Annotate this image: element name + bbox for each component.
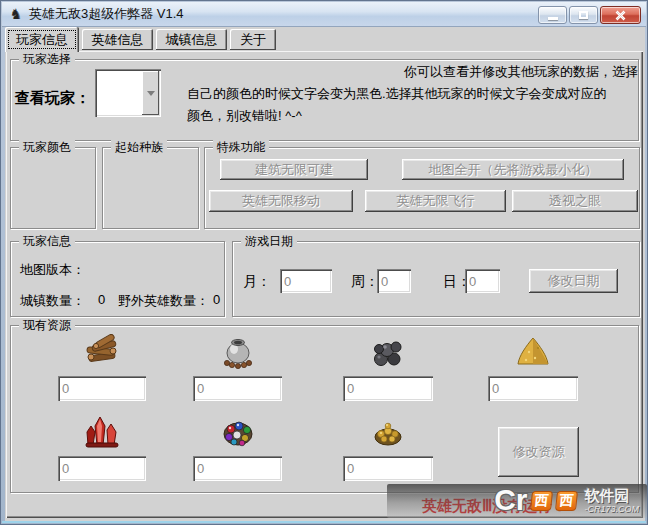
- xixi-logo-char2: 西: [555, 491, 578, 511]
- chevron-down-icon: [147, 91, 155, 96]
- xray-eye-button[interactable]: 透视之眼: [512, 190, 638, 212]
- mercury-icon: [219, 334, 257, 370]
- tab-hero-info[interactable]: 英雄信息: [82, 29, 153, 50]
- app-window: ♞ 英雄无敌3超级作弊器 V1.4 玩家信息 英雄信息 城镇信息 关于 玩家选择…: [0, 0, 648, 525]
- resource-cell-gems: [193, 414, 282, 481]
- player-select-hint-line2: 自己的颜色的时候文字会变为黑色.选择其他玩家的时候文字会变成对应的: [187, 85, 638, 103]
- unlimited-building-button[interactable]: 建筑无限可建: [220, 159, 368, 180]
- xixi-logo-char1: 西: [530, 491, 553, 511]
- window-title: 英雄无敌3超级作弊器 V1.4: [29, 5, 184, 23]
- wood-icon: [83, 334, 121, 370]
- resource-cell-gold: [343, 414, 433, 481]
- minimize-button[interactable]: [538, 6, 567, 24]
- player-select-hint-line3: 颜色，别改错啦! ^-^: [187, 107, 638, 125]
- map-version-label: 地图版本：: [20, 261, 85, 279]
- reveal-map-button[interactable]: 地图全开（先将游戏最小化）: [402, 159, 624, 180]
- crystal-icon: [83, 414, 121, 450]
- watermark-site-url: -CR173.COM: [584, 504, 639, 514]
- week-input[interactable]: [377, 269, 411, 293]
- unlimited-movement-button[interactable]: 英雄无限移动: [209, 190, 353, 212]
- minimize-icon: [548, 17, 558, 20]
- view-player-label: 查看玩家：: [15, 89, 90, 108]
- ore-icon: [369, 334, 407, 370]
- gold-amount-input[interactable]: [343, 456, 433, 481]
- player-select-group-title: 玩家选择: [19, 52, 75, 66]
- player-select-combobox[interactable]: [95, 69, 161, 117]
- sulfur-icon: [514, 334, 552, 370]
- starting-race-group: 起始种族: [102, 147, 199, 229]
- gems-icon: [219, 414, 257, 450]
- player-select-hint-line1: 你可以查看并修改其他玩家的数据，选择: [187, 63, 638, 81]
- tab-about[interactable]: 关于: [230, 29, 276, 50]
- resource-cell-ore: [343, 334, 433, 401]
- field-hero-count-label: 野外英雄数量：: [118, 292, 209, 310]
- tab-town-info[interactable]: 城镇信息: [156, 29, 227, 50]
- watermark-site-name: 软件园: [584, 488, 629, 504]
- month-input[interactable]: [280, 269, 332, 293]
- resource-cell-wood: [58, 334, 146, 401]
- crystal-amount-input[interactable]: [58, 456, 146, 481]
- close-icon: [614, 10, 627, 21]
- watermark-banner: Cr 西 西 软件园 -CR173.COM: [387, 484, 647, 518]
- game-date-group-title: 游戏日期: [241, 234, 297, 248]
- maximize-icon: [579, 11, 588, 19]
- close-button[interactable]: [600, 6, 641, 24]
- player-color-group: 玩家颜色: [10, 147, 96, 229]
- unlimited-flight-button[interactable]: 英雄无限飞行: [365, 190, 506, 212]
- modify-date-button[interactable]: 修改日期: [529, 269, 618, 293]
- caption-buttons: [538, 6, 641, 24]
- tab-player-info[interactable]: 玩家信息: [5, 27, 79, 52]
- mercury-amount-input[interactable]: [193, 376, 282, 401]
- gems-amount-input[interactable]: [193, 456, 282, 481]
- resource-cell-mercury: [193, 334, 282, 401]
- combobox-dropdown-button[interactable]: [142, 71, 159, 115]
- modify-resources-button[interactable]: 修改资源: [498, 427, 579, 477]
- week-label: 周：: [351, 273, 379, 291]
- resource-cell-sulfur: [488, 334, 578, 401]
- ore-amount-input[interactable]: [343, 376, 433, 401]
- app-icon: ♞: [8, 6, 24, 22]
- resource-cell-crystal: [58, 414, 146, 481]
- starting-race-group-title: 起始种族: [111, 140, 167, 154]
- title-bar[interactable]: ♞ 英雄无敌3超级作弊器 V1.4: [2, 2, 646, 27]
- resources-group-title: 现有资源: [19, 318, 75, 332]
- special-functions-group-title: 特殊功能: [213, 140, 269, 154]
- maximize-button[interactable]: [569, 6, 598, 24]
- wood-amount-input[interactable]: [58, 376, 146, 401]
- gold-icon: [369, 414, 407, 450]
- cr-logo-icon: Cr: [494, 485, 527, 515]
- player-color-group-title: 玩家颜色: [19, 140, 75, 154]
- player-info-group-title: 玩家信息: [19, 234, 75, 248]
- sulfur-amount-input[interactable]: [488, 376, 578, 401]
- month-label: 月：: [243, 273, 271, 291]
- field-hero-count-value: 0: [213, 292, 220, 307]
- town-count-value: 0: [98, 292, 105, 307]
- day-input[interactable]: [465, 269, 500, 293]
- dialog-body: 玩家信息 英雄信息 城镇信息 关于 玩家选择 查看玩家： 你可以查看并修改其他玩…: [5, 27, 645, 522]
- town-count-label: 城镇数量：: [20, 292, 85, 310]
- tab-page-player-info: 玩家选择 查看玩家： 你可以查看并修改其他玩家的数据，选择 自己的颜色的时候文字…: [6, 51, 643, 518]
